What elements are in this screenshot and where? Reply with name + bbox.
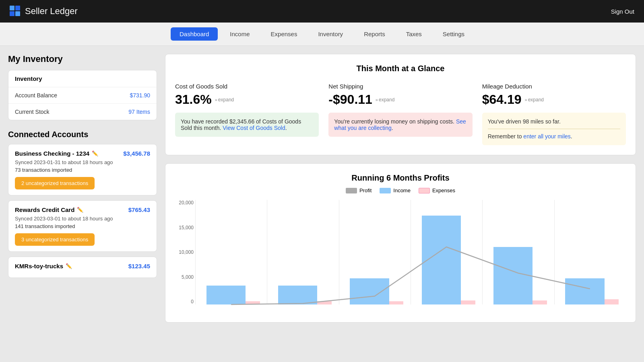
uncategorized-btn-checking[interactable]: 2 uncategorized transactions [15, 177, 95, 189]
nav-settings[interactable]: Settings [434, 27, 473, 41]
svg-rect-3 [15, 11, 20, 16]
app-title: Seller Ledger [25, 6, 78, 16]
current-stock-label: Current Stock [15, 109, 50, 115]
glance-cogs-label: Cost of Goods Sold [175, 83, 319, 90]
nav-taxes[interactable]: Taxes [397, 27, 431, 41]
income-bar-3 [422, 216, 461, 304]
uncategorized-btn-credit[interactable]: 3 uncategorized transactions [15, 233, 95, 246]
account-card-kmrs: KMRs-toy-trucks ✏️ $123.45 [8, 257, 157, 278]
nav-expenses[interactable]: Expenses [262, 27, 306, 41]
chart-title: Running 6 Months Profits [175, 173, 626, 183]
legend-profit-label: Profit [359, 187, 372, 193]
glance-shipping-expand[interactable]: » expand [376, 97, 395, 103]
chart-card: Running 6 Months Profits Profit Income E… [165, 163, 636, 323]
account-name-checking: Business Checking - 1234 ✏️ [15, 150, 98, 157]
glance-cogs-value: 31.6% » expand [175, 92, 319, 107]
edit-credit-icon[interactable]: ✏️ [77, 207, 83, 213]
income-bar-4 [493, 247, 533, 304]
account-balance-checking[interactable]: $3,456.78 [123, 150, 150, 157]
glance-mileage-value: $64.19 » expand [482, 92, 626, 107]
expense-bar-0 [246, 301, 260, 304]
nav-reports[interactable]: Reports [355, 27, 394, 41]
income-bar-1 [278, 286, 318, 304]
glance-shipping-box: You're currently losing money on shippin… [328, 113, 472, 137]
current-stock-row: Current Stock 97 Items [8, 104, 157, 120]
glance-shipping-value: -$90.11 » expand [328, 92, 472, 107]
main-content: My Inventory Inventory Account Balance $… [0, 46, 644, 362]
account-sync-checking: Synced 2023-01-31 to about 18 hours ago [15, 159, 150, 165]
view-cogs-link[interactable]: View Cost of Goods Sold [223, 125, 285, 131]
inventory-box-header: Inventory [8, 70, 157, 87]
logo-icon [10, 6, 21, 17]
account-sync-credit: Synced 2023-03-01 to about 18 hours ago [15, 216, 150, 222]
edit-kmrs-icon[interactable]: ✏️ [66, 263, 72, 269]
legend-income-label: Income [393, 187, 411, 193]
expense-bar-3 [461, 300, 475, 304]
nav-income[interactable]: Income [221, 27, 258, 41]
logo: Seller Ledger [10, 6, 78, 17]
sign-out-button[interactable]: Sign Out [611, 8, 634, 15]
legend-income: Income [380, 187, 411, 193]
chart-area: 20,000 15,000 10,000 5,000 0 [175, 200, 626, 313]
glance-shipping-label: Net Shipping [328, 83, 472, 90]
chart-column-1 [267, 200, 339, 304]
glance-mileage-box: You've driven 98 miles so far. Remember … [482, 113, 626, 145]
glance-mileage: Mileage Deduction $64.19 » expand You've… [482, 83, 626, 145]
glance-mileage-label: Mileage Deduction [482, 83, 626, 90]
legend-expenses-label: Expenses [432, 187, 455, 193]
chart-legend: Profit Income Expenses [175, 187, 626, 193]
income-bar-5 [565, 278, 605, 304]
glance-shipping: Net Shipping -$90.11 » expand You're cur… [328, 83, 472, 145]
account-card-credit: Rewards Credit Card ✏️ $765.43 Synced 20… [8, 200, 157, 252]
inventory-box: Inventory Account Balance $731.90 Curren… [8, 70, 157, 120]
svg-rect-2 [10, 11, 14, 16]
account-balance-label: Account Balance [15, 92, 57, 99]
shipping-link[interactable]: See what you are collecting [334, 118, 466, 131]
expense-bar-4 [533, 300, 547, 304]
svg-rect-1 [15, 6, 20, 10]
chart-column-4 [482, 200, 554, 304]
chart-column-2 [339, 200, 411, 304]
account-balance-value[interactable]: $731.90 [130, 92, 150, 99]
chart-inner [195, 200, 626, 304]
edit-checking-icon[interactable]: ✏️ [92, 150, 98, 156]
legend-profit: Profit [346, 187, 372, 193]
main-nav: Dashboard Income Expenses Inventory Repo… [0, 23, 644, 46]
account-transactions-credit: 141 transactions imported [15, 223, 150, 229]
sidebar: My Inventory Inventory Account Balance $… [8, 54, 165, 355]
legend-profit-color [346, 188, 357, 193]
glance-title: This Month at a Glance [175, 64, 626, 73]
my-inventory-title: My Inventory [8, 54, 157, 64]
income-bar-2 [350, 278, 389, 304]
connected-accounts-title: Connected Accounts [8, 130, 157, 139]
account-name-credit: Rewards Credit Card ✏️ [15, 206, 83, 213]
expense-bar-1 [317, 301, 331, 304]
legend-expenses: Expenses [419, 187, 455, 193]
account-card-checking: Business Checking - 1234 ✏️ $3,456.78 Sy… [8, 144, 157, 195]
current-stock-value[interactable]: 97 Items [128, 109, 150, 115]
app-header: Seller Ledger Sign Out [0, 0, 644, 23]
chart-column-0 [195, 200, 267, 304]
glance-cogs-expand[interactable]: » expand [215, 97, 234, 103]
legend-expenses-color [419, 188, 430, 193]
miles-link[interactable]: enter all your miles [523, 133, 571, 140]
nav-inventory[interactable]: Inventory [309, 27, 352, 41]
account-balance-credit[interactable]: $765.43 [128, 206, 150, 213]
y-axis: 20,000 15,000 10,000 5,000 0 [175, 200, 194, 304]
expense-bar-5 [605, 299, 619, 304]
glance-cogs: Cost of Goods Sold 31.6% » expand You ha… [175, 83, 319, 145]
account-balance-kmrs[interactable]: $123.45 [128, 263, 150, 269]
expense-bar-2 [389, 301, 403, 304]
glance-mileage-expand[interactable]: » expand [525, 97, 544, 103]
legend-income-color [380, 188, 391, 193]
glance-cogs-box: You have recorded $2,345.66 of Costs of … [175, 113, 319, 137]
account-header-kmrs: KMRs-toy-trucks ✏️ $123.45 [15, 263, 150, 269]
account-name-kmrs: KMRs-toy-trucks ✏️ [15, 263, 72, 269]
chart-column-5 [554, 200, 626, 304]
glance-card: This Month at a Glance Cost of Goods Sol… [165, 54, 636, 155]
right-content: This Month at a Glance Cost of Goods Sol… [165, 54, 636, 355]
svg-rect-0 [10, 6, 14, 10]
account-transactions-checking: 73 transactions imported [15, 167, 150, 173]
chart-column-3 [411, 200, 482, 304]
nav-dashboard[interactable]: Dashboard [171, 27, 218, 41]
